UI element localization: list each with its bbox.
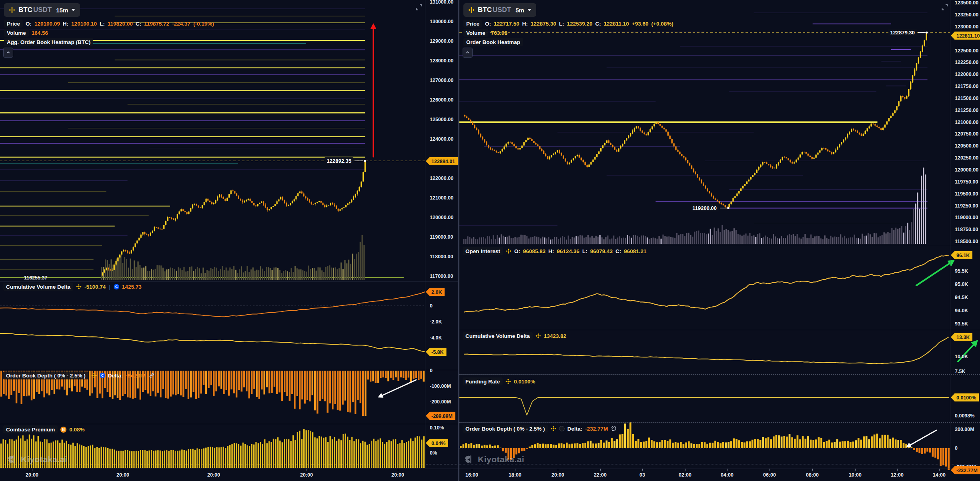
binance-icon [91, 373, 97, 378]
axis-tick-label: 127000.00 [430, 78, 453, 83]
collapse-button[interactable] [463, 48, 473, 58]
ohlc-key: H: [522, 21, 528, 27]
butterfly-logo-icon [7, 454, 17, 464]
separator [0, 424, 459, 424]
symbol-quote: USDT [33, 6, 52, 14]
last-price-badge: 122884.01 [426, 157, 458, 166]
price-legend-right: Price O:122717.50 H:122875.30 L:122539.2… [463, 20, 673, 28]
ohlc-key: O: [26, 21, 32, 27]
binance-icon [535, 333, 541, 339]
ohlc-key: O: [485, 21, 491, 27]
axis-tick-label: 121500.00 [955, 96, 978, 101]
marked-high-label: 122892.35 [325, 157, 354, 164]
symbol-selector-right[interactable]: BTCUSDT 5m [463, 3, 536, 17]
chevron-up-icon [6, 50, 10, 55]
ohlc-key: L: [582, 248, 587, 254]
axis-value-badge: 0.0100% [951, 393, 979, 402]
axis-tick-label: 118750.00 [955, 227, 978, 232]
time-axis-label: 22:00 [594, 472, 607, 478]
open-value: 120100.09 [34, 21, 60, 27]
obd-title: Order Book Depth ( 0% - 2.5% ) [463, 425, 548, 433]
axis-tick-label: 94.0K [955, 308, 968, 313]
change-value: +93.60 [632, 21, 649, 27]
axis-tick-label: 121750.00 [955, 84, 978, 89]
svg-text:C: C [101, 373, 104, 377]
ohlc-key: H: [548, 248, 554, 254]
obd-header-right: Order Book Depth ( 0% - 2.5% ) Delta: -2… [463, 425, 617, 433]
ohlc-key: C: [615, 248, 621, 254]
axis-tick-label: 94.5K [955, 295, 968, 300]
time-axis-tickmark [939, 469, 940, 471]
binance-icon [468, 7, 475, 13]
delta-value: -232.77M [585, 426, 608, 432]
marked-low-label: 119200.00 [690, 204, 719, 212]
time-axis-tickmark [123, 469, 123, 471]
axis-border-left [425, 0, 425, 469]
change-pct: (-0.19%) [193, 21, 214, 27]
fullscreen-icon[interactable] [941, 4, 948, 11]
interval-label: 5m [515, 7, 524, 14]
price-legend-left: Price O:120100.09 H:120100.10 L:119820.0… [4, 20, 214, 28]
axis-tick-label: 121000.00 [430, 195, 453, 201]
high-value: 120100.10 [71, 21, 97, 27]
axis-tick-label: 123500.00 [955, 0, 978, 6]
time-axis-tickmark [812, 469, 813, 471]
heatmap-legend-left: Agg. Order Book Heatmap (BTC) [4, 38, 93, 46]
trading-dashboard: BTCUSDT 15m Price O:120100.09 H:120100.1… [0, 0, 980, 481]
time-axis-tickmark [727, 469, 727, 471]
ohlc-key: C: [136, 21, 141, 27]
time-axis-border [0, 469, 980, 469]
axis-value-badge: 2.0K [426, 288, 445, 296]
cvd-header-right: Cumulative Volume Delta 13423.82 [463, 332, 566, 340]
divider-glyph: | [109, 284, 110, 290]
link-icon[interactable] [148, 372, 155, 379]
separator-dashed [459, 374, 980, 375]
collapse-button[interactable] [3, 48, 13, 58]
unlink-icon[interactable] [611, 425, 617, 432]
axis-tick-label: 126000.00 [430, 97, 453, 103]
exchange-icon-dark [559, 426, 565, 431]
axis-tick-label: 93.5K [955, 321, 968, 327]
cvd-header-left: Cumulative Volume Delta -5100.74 | C 142… [3, 283, 142, 291]
time-axis-tickmark [600, 469, 601, 471]
open-value: 122717.50 [494, 21, 519, 27]
axis-tick-label: 131000.00 [430, 0, 453, 5]
time-axis-label: 12:00 [891, 472, 904, 478]
axis-tick-label: 0 [430, 303, 433, 309]
symbol-selector-left[interactable]: BTCUSDT 15m [4, 3, 80, 17]
svg-text:C: C [115, 285, 118, 289]
axis-value-badge: -5.8K [426, 348, 447, 356]
axis-tick-label: 121000.00 [955, 120, 978, 125]
premium-header-left: Coinbase Premium B 0.08% [3, 425, 85, 433]
fullscreen-icon[interactable] [415, 4, 423, 11]
low-price-label: 116255.37 [24, 275, 47, 281]
cvd-value: 13423.82 [544, 333, 566, 339]
delta-label: Delta: [108, 373, 123, 379]
watermark-right: Kiyotaka.ai [464, 454, 524, 464]
cvd-title: Cumulative Volume Delta [463, 332, 533, 340]
cvd-coinbase-value: 1425.73 [122, 284, 142, 290]
time-axis-tickmark [897, 469, 898, 471]
time-axis-tickmark [32, 469, 32, 471]
axis-tick-label: 130000.00 [430, 19, 453, 24]
axis-tick-label: 122000.00 [955, 72, 978, 77]
time-axis-label: 14:00 [933, 472, 946, 478]
oi-close: 96081.21 [624, 248, 646, 254]
separator [459, 245, 980, 245]
time-axis-tickmark [214, 469, 214, 471]
panel-divider[interactable] [458, 0, 459, 481]
time-axis-label: 20:00 [551, 472, 564, 478]
axis-tick-label: 119250.00 [955, 203, 978, 209]
axis-tick-label: 200.00M [955, 427, 974, 432]
oi-title: Open Interest [463, 247, 503, 255]
chevron-down-icon [527, 9, 531, 11]
high-value: 122875.30 [531, 21, 556, 27]
axis-tick-label: 120500.00 [955, 143, 978, 149]
axis-tick-label: 122000.00 [430, 176, 453, 181]
axis-tick-label: 119750.00 [955, 179, 978, 185]
volume-value: 763.08 [491, 30, 507, 36]
oi-open: 96085.83 [523, 248, 545, 254]
close-value: 119875.72 [144, 21, 169, 27]
binance-icon [9, 7, 15, 13]
time-axis-tickmark [398, 469, 398, 471]
